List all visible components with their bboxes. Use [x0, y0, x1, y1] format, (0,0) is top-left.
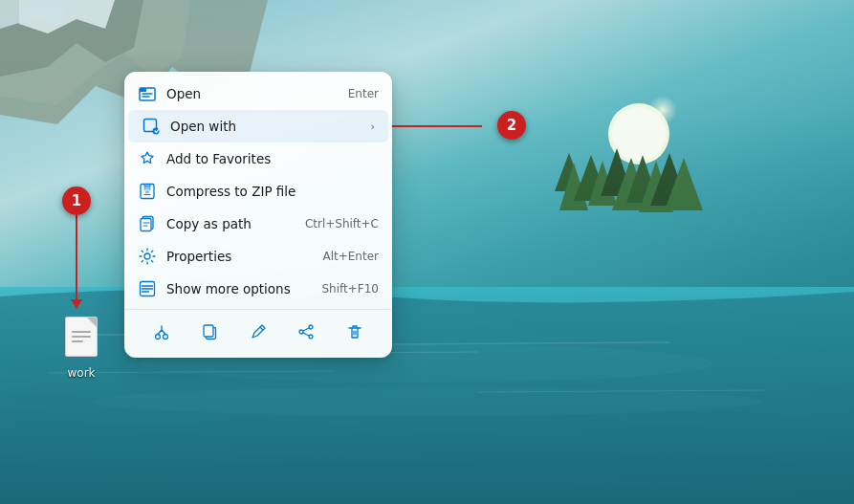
menu-properties-shortcut: Alt+Enter — [322, 250, 379, 263]
annotation-2: 2 — [497, 111, 526, 140]
menu-open-with-label: Open with — [170, 119, 361, 134]
menu-show-more-label: Show more options — [166, 281, 312, 296]
menu-copy-path-shortcut: Ctrl+Shift+C — [305, 217, 379, 230]
svg-point-15 — [153, 128, 160, 135]
svg-point-23 — [164, 335, 168, 340]
open-with-icon — [142, 117, 161, 136]
menu-compress-label: Compress to ZIP file — [166, 184, 379, 199]
menu-add-favorites-label: Add to Favorites — [166, 151, 379, 166]
toolbar-copy-button[interactable] — [194, 316, 227, 348]
svg-rect-13 — [140, 88, 146, 92]
toolbar-rename-button[interactable] — [242, 316, 274, 348]
toolbar-share-button[interactable] — [290, 316, 322, 348]
svg-rect-19 — [141, 219, 151, 231]
open-icon — [138, 84, 157, 103]
menu-copy-path-label: Copy as path — [166, 216, 296, 231]
menu-item-open[interactable]: Open Enter — [124, 77, 392, 110]
more-icon — [138, 279, 157, 298]
arrow-1 — [76, 215, 77, 301]
svg-point-28 — [309, 335, 313, 339]
file-icon-label: work — [67, 366, 95, 380]
toolbar-delete-button[interactable] — [339, 316, 371, 348]
annotation-1: 1 — [62, 186, 91, 215]
copy-path-icon — [138, 214, 157, 233]
menu-item-show-more[interactable]: Show more options Shift+F10 — [124, 273, 392, 305]
toolbar-cut-button[interactable] — [145, 316, 178, 348]
context-menu: Open Enter Open with › Add to Favorites — [124, 72, 392, 358]
menu-open-shortcut: Enter — [348, 87, 379, 100]
svg-point-27 — [299, 330, 303, 334]
menu-show-more-shortcut: Shift+F10 — [321, 282, 379, 296]
star-icon — [138, 149, 157, 168]
menu-item-open-with[interactable]: Open with › — [128, 110, 388, 142]
svg-point-26 — [309, 325, 313, 329]
file-icon-graphic — [62, 317, 100, 362]
menu-properties-label: Properties — [166, 249, 313, 264]
svg-rect-25 — [204, 325, 213, 337]
open-with-arrow: › — [371, 121, 375, 133]
menu-toolbar — [124, 309, 392, 352]
menu-item-compress[interactable]: Compress to ZIP file — [124, 175, 392, 208]
menu-item-properties[interactable]: Properties Alt+Enter — [124, 240, 392, 273]
svg-point-22 — [156, 335, 161, 340]
properties-icon — [138, 247, 157, 266]
menu-open-label: Open — [166, 86, 339, 101]
file-icon-body — [65, 317, 98, 357]
svg-point-20 — [144, 253, 150, 259]
menu-item-add-favorites[interactable]: Add to Favorites — [124, 142, 392, 175]
menu-item-copy-path[interactable]: Copy as path Ctrl+Shift+C — [124, 208, 392, 240]
file-icon-lines — [72, 331, 91, 345]
compress-icon — [138, 182, 157, 201]
desktop-file-icon[interactable]: work — [62, 317, 100, 380]
